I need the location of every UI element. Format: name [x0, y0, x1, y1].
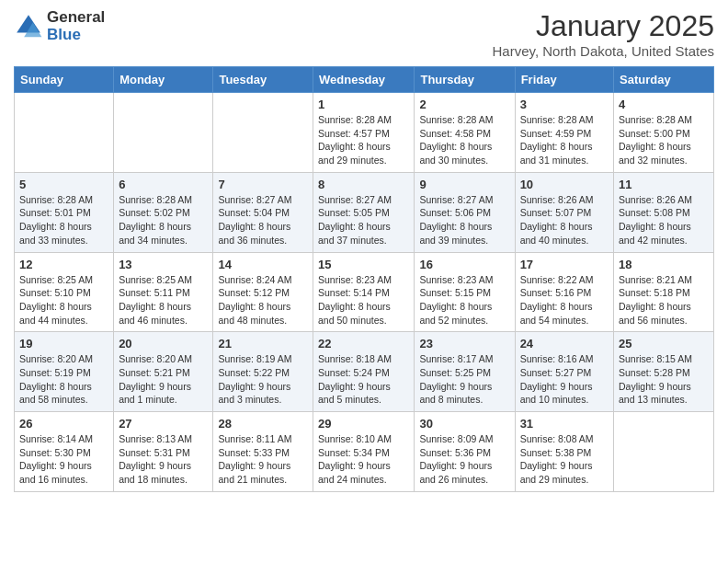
calendar-week-row: 26Sunrise: 8:14 AMSunset: 5:30 PMDayligh… [15, 412, 714, 492]
day-info: Sunrise: 8:28 AMSunset: 5:02 PMDaylight:… [119, 193, 208, 247]
day-number: 2 [419, 98, 509, 111]
table-row: 17Sunrise: 8:22 AMSunset: 5:16 PMDayligh… [515, 252, 613, 332]
day-number: 9 [419, 178, 509, 191]
day-info: Sunrise: 8:27 AMSunset: 5:04 PMDaylight:… [218, 193, 308, 247]
day-info: Sunrise: 8:11 AMSunset: 5:33 PMDaylight:… [218, 432, 308, 487]
day-info: Sunrise: 8:23 AMSunset: 5:15 PMDaylight:… [419, 273, 509, 327]
table-row: 13Sunrise: 8:25 AMSunset: 5:11 PMDayligh… [114, 252, 213, 332]
day-number: 20 [119, 337, 208, 350]
day-info: Sunrise: 8:14 AMSunset: 5:30 PMDaylight:… [19, 432, 108, 487]
day-info: Sunrise: 8:08 AMSunset: 5:38 PMDaylight:… [520, 432, 609, 487]
calendar-week-row: 5Sunrise: 8:28 AMSunset: 5:01 PMDaylight… [15, 172, 714, 252]
day-info: Sunrise: 8:13 AMSunset: 5:31 PMDaylight:… [119, 432, 208, 487]
calendar-header-row: Sunday Monday Tuesday Wednesday Thursday… [15, 67, 714, 93]
day-number: 21 [218, 337, 308, 350]
day-number: 26 [19, 417, 108, 431]
table-row: 21Sunrise: 8:19 AMSunset: 5:22 PMDayligh… [213, 332, 313, 412]
table-row: 26Sunrise: 8:14 AMSunset: 5:30 PMDayligh… [15, 412, 114, 492]
table-row: 6Sunrise: 8:28 AMSunset: 5:02 PMDaylight… [114, 172, 213, 252]
day-info: Sunrise: 8:20 AMSunset: 5:19 PMDaylight:… [19, 352, 108, 407]
col-thursday: Thursday [415, 67, 515, 93]
table-row: 27Sunrise: 8:13 AMSunset: 5:31 PMDayligh… [114, 412, 213, 492]
day-info: Sunrise: 8:24 AMSunset: 5:12 PMDaylight:… [218, 273, 308, 327]
day-info: Sunrise: 8:23 AMSunset: 5:14 PMDaylight:… [318, 273, 409, 327]
table-row: 14Sunrise: 8:24 AMSunset: 5:12 PMDayligh… [213, 252, 313, 332]
table-row: 22Sunrise: 8:18 AMSunset: 5:24 PMDayligh… [313, 332, 415, 412]
table-row: 23Sunrise: 8:17 AMSunset: 5:25 PMDayligh… [415, 332, 515, 412]
day-info: Sunrise: 8:27 AMSunset: 5:06 PMDaylight:… [419, 193, 509, 247]
logo-general-text: General [47, 9, 105, 27]
table-row: 24Sunrise: 8:16 AMSunset: 5:27 PMDayligh… [515, 332, 613, 412]
table-row: 3Sunrise: 8:28 AMSunset: 4:59 PMDaylight… [515, 93, 613, 173]
day-number: 12 [19, 258, 108, 271]
day-number: 6 [119, 178, 208, 191]
logo-blue-text: Blue [47, 27, 105, 44]
col-friday: Friday [515, 67, 613, 93]
day-info: Sunrise: 8:26 AMSunset: 5:07 PMDaylight:… [520, 193, 609, 247]
day-info: Sunrise: 8:15 AMSunset: 5:28 PMDaylight:… [619, 352, 709, 407]
table-row: 1Sunrise: 8:28 AMSunset: 4:57 PMDaylight… [313, 93, 415, 173]
table-row: 31Sunrise: 8:08 AMSunset: 5:38 PMDayligh… [515, 412, 613, 492]
table-row: 11Sunrise: 8:26 AMSunset: 5:08 PMDayligh… [614, 172, 714, 252]
table-row [213, 93, 313, 173]
day-number: 13 [119, 258, 208, 271]
table-row: 20Sunrise: 8:20 AMSunset: 5:21 PMDayligh… [114, 332, 213, 412]
day-info: Sunrise: 8:28 AMSunset: 5:00 PMDaylight:… [619, 113, 709, 167]
calendar-week-row: 1Sunrise: 8:28 AMSunset: 4:57 PMDaylight… [15, 93, 714, 173]
table-row: 12Sunrise: 8:25 AMSunset: 5:10 PMDayligh… [15, 252, 114, 332]
day-number: 7 [218, 178, 308, 191]
table-row: 30Sunrise: 8:09 AMSunset: 5:36 PMDayligh… [415, 412, 515, 492]
table-row: 5Sunrise: 8:28 AMSunset: 5:01 PMDaylight… [15, 172, 114, 252]
table-row: 7Sunrise: 8:27 AMSunset: 5:04 PMDaylight… [213, 172, 313, 252]
day-info: Sunrise: 8:28 AMSunset: 5:01 PMDaylight:… [19, 193, 108, 247]
day-number: 15 [318, 258, 409, 271]
col-monday: Monday [114, 67, 213, 93]
day-number: 28 [218, 417, 308, 431]
table-row: 18Sunrise: 8:21 AMSunset: 5:18 PMDayligh… [614, 252, 714, 332]
table-row: 2Sunrise: 8:28 AMSunset: 4:58 PMDaylight… [415, 93, 515, 173]
month-title: January 2025 [493, 9, 715, 43]
day-info: Sunrise: 8:25 AMSunset: 5:10 PMDaylight:… [19, 273, 108, 327]
header: General Blue January 2025 Harvey, North … [14, 9, 714, 59]
day-number: 22 [318, 337, 409, 350]
day-info: Sunrise: 8:28 AMSunset: 4:59 PMDaylight:… [520, 113, 609, 167]
logo-text: General Blue [47, 9, 105, 43]
table-row [114, 93, 213, 173]
day-number: 1 [318, 98, 409, 111]
table-row: 19Sunrise: 8:20 AMSunset: 5:19 PMDayligh… [15, 332, 114, 412]
table-row: 15Sunrise: 8:23 AMSunset: 5:14 PMDayligh… [313, 252, 415, 332]
day-number: 23 [419, 337, 509, 350]
day-number: 24 [520, 337, 609, 350]
day-number: 25 [619, 337, 709, 350]
col-sunday: Sunday [15, 67, 114, 93]
day-number: 5 [19, 178, 108, 191]
day-number: 29 [318, 417, 409, 431]
day-number: 8 [318, 178, 409, 191]
day-info: Sunrise: 8:18 AMSunset: 5:24 PMDaylight:… [318, 352, 409, 407]
calendar-week-row: 19Sunrise: 8:20 AMSunset: 5:19 PMDayligh… [15, 332, 714, 412]
location-title: Harvey, North Dakota, United States [493, 43, 715, 59]
table-row: 9Sunrise: 8:27 AMSunset: 5:06 PMDaylight… [415, 172, 515, 252]
table-row: 16Sunrise: 8:23 AMSunset: 5:15 PMDayligh… [415, 252, 515, 332]
day-info: Sunrise: 8:28 AMSunset: 4:58 PMDaylight:… [419, 113, 509, 167]
table-row: 28Sunrise: 8:11 AMSunset: 5:33 PMDayligh… [213, 412, 313, 492]
day-number: 10 [520, 178, 609, 191]
day-number: 27 [119, 417, 208, 431]
day-number: 18 [619, 258, 709, 271]
logo: General Blue [14, 9, 105, 43]
day-number: 19 [19, 337, 108, 350]
day-number: 3 [520, 98, 609, 111]
day-info: Sunrise: 8:25 AMSunset: 5:11 PMDaylight:… [119, 273, 208, 327]
day-info: Sunrise: 8:10 AMSunset: 5:34 PMDaylight:… [318, 432, 409, 487]
day-info: Sunrise: 8:26 AMSunset: 5:08 PMDaylight:… [619, 193, 709, 247]
page: General Blue January 2025 Harvey, North … [0, 0, 728, 563]
calendar-week-row: 12Sunrise: 8:25 AMSunset: 5:10 PMDayligh… [15, 252, 714, 332]
table-row [15, 93, 114, 173]
day-info: Sunrise: 8:09 AMSunset: 5:36 PMDaylight:… [419, 432, 509, 487]
day-info: Sunrise: 8:28 AMSunset: 4:57 PMDaylight:… [318, 113, 409, 167]
day-number: 14 [218, 258, 308, 271]
table-row: 8Sunrise: 8:27 AMSunset: 5:05 PMDaylight… [313, 172, 415, 252]
day-number: 4 [619, 98, 709, 111]
day-number: 17 [520, 258, 609, 271]
day-number: 31 [520, 417, 609, 431]
